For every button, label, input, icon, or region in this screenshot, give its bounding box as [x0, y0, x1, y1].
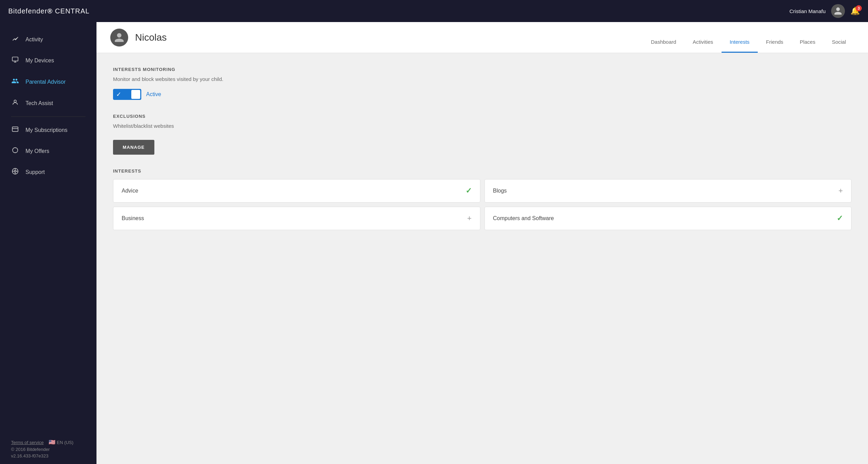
notifications-button[interactable]: 🔔 3 [850, 7, 860, 16]
active-status: Active [146, 91, 161, 97]
main-content: Nicolas Dashboard Activities Interests F… [96, 22, 868, 464]
parental-advisor-label: Parental Advisor [25, 79, 66, 85]
header-right: Cristian Manafu 🔔 3 [789, 4, 860, 18]
notif-badge: 3 [856, 5, 862, 11]
tab-places[interactable]: Places [792, 39, 824, 53]
tab-activities[interactable]: Activities [684, 39, 721, 53]
interest-business[interactable]: Business + [113, 207, 480, 230]
sidebar-footer: Terms of service 🇺🇸 EN (US) © 2016 Bitde… [0, 433, 96, 464]
interests-monitoring-section: INTERESTS MONITORING Monitor and block w… [113, 67, 851, 100]
toggle-switch[interactable]: ✓ [113, 89, 141, 100]
sidebar-item-support[interactable]: Support [0, 162, 96, 183]
tech-assist-label: Tech Assist [25, 100, 53, 106]
avatar [831, 4, 845, 18]
interest-advice[interactable]: Advice ✓ [113, 179, 480, 203]
my-offers-icon [11, 147, 19, 155]
parental-advisor-icon [11, 77, 19, 86]
interests-monitoring-desc: Monitor and block websites visited by yo… [113, 76, 851, 82]
interest-blogs-label: Blogs [493, 188, 507, 194]
sidebar-item-my-offers[interactable]: My Offers [0, 141, 96, 162]
sidebar-item-my-devices[interactable]: My Devices [0, 50, 96, 71]
svg-rect-0 [12, 57, 18, 61]
nav-divider [11, 116, 85, 117]
tech-assist-icon [11, 99, 19, 107]
svg-point-3 [14, 100, 17, 102]
profile-header: Nicolas Dashboard Activities Interests F… [96, 22, 868, 53]
toggle-checkbox: ✓ [113, 89, 124, 100]
language-label: EN (US) [57, 440, 73, 445]
content-area: INTERESTS MONITORING Monitor and block w… [96, 53, 868, 464]
exclusions-section: EXCLUSIONS Whitelist/blacklist websites … [113, 114, 851, 155]
interest-advice-label: Advice [122, 188, 138, 194]
tab-friends[interactable]: Friends [758, 39, 792, 53]
blogs-plus-icon: + [838, 186, 843, 195]
advice-check-icon: ✓ [466, 186, 472, 195]
svg-point-6 [13, 148, 18, 153]
svg-point-10 [14, 171, 16, 172]
activity-icon [11, 35, 19, 44]
support-label: Support [25, 169, 45, 175]
interests-section: INTERESTS Advice ✓ Blogs + Business + [113, 168, 851, 230]
activity-label: Activity [25, 37, 43, 43]
my-devices-icon [11, 56, 19, 65]
interest-business-label: Business [122, 215, 144, 221]
toggle-row: ✓ Active [113, 89, 851, 100]
interests-monitoring-title: INTERESTS MONITORING [113, 67, 851, 72]
flag-icon: 🇺🇸 [49, 439, 55, 445]
sidebar-item-my-subscriptions[interactable]: My Subscriptions [0, 120, 96, 141]
business-plus-icon: + [467, 214, 472, 223]
sidebar-item-activity[interactable]: Activity [0, 29, 96, 50]
terms-of-service-link[interactable]: Terms of service [11, 440, 44, 445]
computers-software-check-icon: ✓ [837, 214, 843, 223]
interest-computers-software[interactable]: Computers and Software ✓ [484, 207, 852, 230]
version: v2.16.433-f07e323 [11, 453, 85, 458]
profile-avatar [110, 29, 128, 47]
sidebar: Activity My Devices Parental Advisor Tec… [0, 22, 96, 464]
profile-tabs: Dashboard Activities Interests Friends P… [643, 22, 854, 53]
support-icon [11, 168, 19, 176]
copyright: © 2016 Bitdefender [11, 447, 85, 452]
interests-grid: Advice ✓ Blogs + Business + Computers an… [113, 179, 851, 230]
tab-interests[interactable]: Interests [722, 39, 758, 53]
manage-button[interactable]: MANAGE [113, 140, 154, 155]
sidebar-item-parental-advisor[interactable]: Parental Advisor [0, 71, 96, 93]
tab-dashboard[interactable]: Dashboard [643, 39, 684, 53]
interest-computers-software-label: Computers and Software [493, 215, 554, 221]
toggle-body [124, 89, 141, 100]
interests-title: INTERESTS [113, 168, 851, 174]
my-devices-label: My Devices [25, 58, 54, 64]
my-subscriptions-label: My Subscriptions [25, 127, 68, 133]
interest-blogs[interactable]: Blogs + [484, 179, 852, 203]
profile-name: Nicolas [135, 32, 167, 43]
svg-rect-4 [12, 127, 18, 131]
toggle-knob [131, 90, 140, 99]
my-subscriptions-icon [11, 126, 19, 134]
exclusions-title: EXCLUSIONS [113, 114, 851, 119]
main-layout: Activity My Devices Parental Advisor Tec… [0, 22, 868, 464]
user-name: Cristian Manafu [789, 8, 826, 14]
my-offers-label: My Offers [25, 148, 49, 154]
exclusions-desc: Whitelist/blacklist websites [113, 123, 851, 129]
top-header: Bitdefender® CENTRAL Cristian Manafu 🔔 3 [0, 0, 868, 22]
tab-social[interactable]: Social [824, 39, 854, 53]
brand-logo: Bitdefender® CENTRAL [8, 7, 90, 15]
sidebar-item-tech-assist[interactable]: Tech Assist [0, 93, 96, 114]
